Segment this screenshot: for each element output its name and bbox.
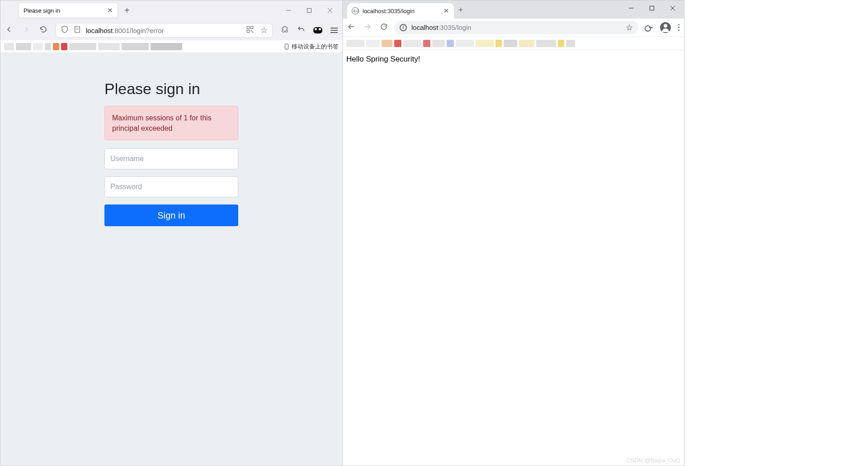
firefox-window: Please sign in ✕ + localhost:8001/login?… <box>0 0 343 466</box>
svg-point-13 <box>286 48 287 48</box>
mobile-bookmarks-link[interactable]: 移动设备上的书签 <box>283 43 339 51</box>
new-tab-button[interactable]: + <box>124 5 130 16</box>
bookmarks-bar: 移动设备上的书签 <box>0 40 342 53</box>
username-field[interactable] <box>104 148 238 169</box>
url-text: localhost:8001/login?error <box>86 27 241 34</box>
globe-favicon-icon <box>352 7 359 14</box>
extension-badge-icon[interactable] <box>313 27 322 33</box>
tab-strip: Please sign in ✕ + <box>0 0 342 20</box>
tab-strip: localhost:3035/login ✕ + <box>343 0 684 19</box>
password-key-icon[interactable] <box>645 25 653 30</box>
extensions-icon[interactable] <box>281 25 289 35</box>
profile-avatar-icon[interactable] <box>660 22 671 33</box>
svg-rect-7 <box>247 26 249 29</box>
nav-buttons <box>5 25 47 35</box>
chrome-window: localhost:3035/login ✕ + i localhost:303… <box>343 0 684 466</box>
tab-title: localhost:3035/login <box>363 8 440 14</box>
svg-rect-10 <box>251 30 252 31</box>
svg-rect-11 <box>252 32 253 33</box>
browser-tab[interactable]: localhost:3035/login ✕ <box>347 3 454 19</box>
forward-button[interactable] <box>22 25 30 35</box>
close-window-button[interactable] <box>662 0 683 16</box>
qr-icon[interactable] <box>246 25 254 35</box>
login-form: Please sign in Maximum sessions of 1 for… <box>104 80 238 226</box>
svg-rect-8 <box>251 26 253 29</box>
maximize-button[interactable] <box>642 0 662 16</box>
window-controls <box>278 0 340 20</box>
page-content: Hello Spring Security! CSDN @Naijia_OvO <box>343 50 684 466</box>
menu-button[interactable] <box>678 24 679 31</box>
bookmarks-bar <box>343 37 684 50</box>
minimize-button[interactable] <box>621 0 642 16</box>
content-text: Hello Spring Security! <box>346 55 680 64</box>
address-bar[interactable]: i localhost:3035/login ☆ <box>394 21 638 34</box>
blurred-bookmarks <box>346 40 575 47</box>
toolbar: i localhost:3035/login ☆ <box>343 19 684 37</box>
shield-icon <box>61 25 69 35</box>
new-tab-button[interactable]: + <box>458 5 463 15</box>
address-bar[interactable]: localhost:8001/login?error ☆ <box>56 23 273 38</box>
password-field[interactable] <box>104 176 238 197</box>
back-button[interactable] <box>5 25 13 35</box>
reload-button[interactable] <box>39 25 47 35</box>
signin-button[interactable]: Sign in <box>104 204 238 226</box>
error-alert: Maximum sessions of 1 for this principal… <box>104 106 238 140</box>
maximize-button[interactable] <box>299 0 320 20</box>
forward-button[interactable] <box>363 23 372 33</box>
blurred-bookmarks <box>4 43 182 50</box>
tab-title: Please sign in <box>24 7 107 14</box>
page-title: Please sign in <box>104 80 238 98</box>
url-text: localhost:3035/login <box>411 24 621 31</box>
toolbar: localhost:8001/login?error ☆ <box>0 20 342 40</box>
svg-rect-1 <box>307 9 311 13</box>
close-tab-icon[interactable]: ✕ <box>443 7 449 15</box>
svg-rect-9 <box>247 30 249 33</box>
svg-rect-15 <box>650 6 654 10</box>
toolbar-right <box>645 22 679 33</box>
back-button[interactable] <box>347 23 355 33</box>
window-controls <box>621 0 683 16</box>
site-info-icon[interactable]: i <box>400 24 407 31</box>
close-window-button[interactable] <box>320 0 340 20</box>
menu-button[interactable] <box>330 28 338 33</box>
bookmark-star-icon[interactable]: ☆ <box>626 23 633 33</box>
close-tab-icon[interactable]: ✕ <box>107 6 113 14</box>
page-content: Please sign in Maximum sessions of 1 for… <box>0 53 342 466</box>
reload-button[interactable] <box>380 23 388 33</box>
watermark: CSDN @Naijia_OvO <box>626 457 680 464</box>
page-info-icon[interactable] <box>73 25 81 35</box>
bookmark-star-icon[interactable]: ☆ <box>260 25 268 35</box>
nav-buttons <box>347 23 388 33</box>
undo-icon[interactable] <box>297 25 305 35</box>
minimize-button[interactable] <box>278 0 299 20</box>
browser-tab[interactable]: Please sign in ✕ <box>19 3 118 18</box>
toolbar-right <box>281 25 338 35</box>
